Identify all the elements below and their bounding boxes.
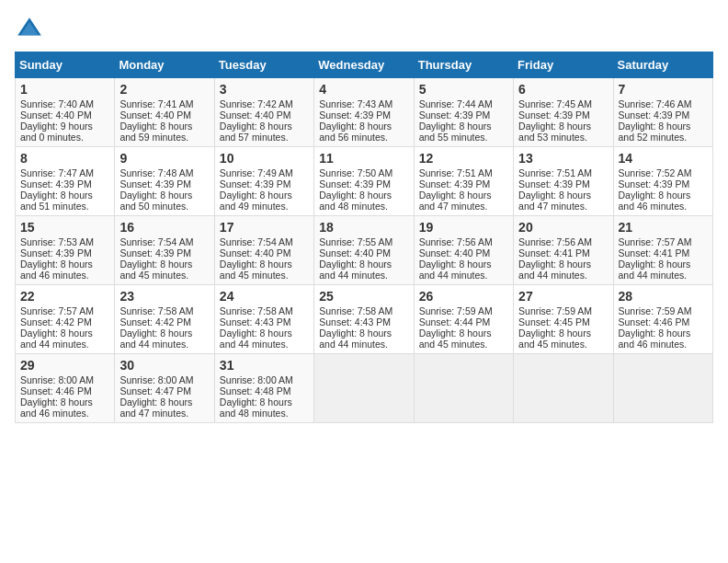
calendar-cell: 2 Sunrise: 7:41 AM Sunset: 4:40 PM Dayli… bbox=[115, 78, 214, 147]
daylight: Daylight: 8 hours and 44 minutes. bbox=[119, 327, 192, 350]
day-number: 13 bbox=[518, 151, 608, 166]
sunset: Sunset: 4:39 PM bbox=[518, 178, 590, 190]
day-number: 4 bbox=[319, 82, 408, 97]
day-number: 8 bbox=[20, 151, 109, 166]
daylight: Daylight: 8 hours and 44 minutes. bbox=[220, 327, 292, 350]
calendar-week-5: 29 Sunrise: 8:00 AM Sunset: 4:46 PM Dayl… bbox=[16, 354, 713, 423]
sunrise: Sunrise: 7:41 AM bbox=[119, 98, 193, 109]
daylight: Daylight: 8 hours and 45 minutes. bbox=[220, 259, 292, 281]
calendar-cell: 11 Sunrise: 7:50 AM Sunset: 4:39 PM Dayl… bbox=[314, 147, 414, 216]
calendar-cell: 21 Sunrise: 7:57 AM Sunset: 4:41 PM Dayl… bbox=[613, 216, 712, 285]
calendar-cell: 20 Sunrise: 7:56 AM Sunset: 4:41 PM Dayl… bbox=[514, 216, 613, 285]
sunrise: Sunrise: 7:48 AM bbox=[119, 167, 193, 178]
calendar-cell: 9 Sunrise: 7:48 AM Sunset: 4:39 PM Dayli… bbox=[115, 147, 214, 216]
daylight: Daylight: 8 hours and 44 minutes. bbox=[419, 259, 492, 281]
day-number: 20 bbox=[518, 220, 608, 235]
day-number: 26 bbox=[419, 289, 508, 304]
daylight: Daylight: 8 hours and 44 minutes. bbox=[319, 259, 392, 281]
daylight: Daylight: 8 hours and 47 minutes. bbox=[518, 190, 591, 212]
daylight: Daylight: 8 hours and 57 minutes. bbox=[220, 121, 292, 143]
day-number: 10 bbox=[220, 151, 309, 166]
sunrise: Sunrise: 7:59 AM bbox=[619, 305, 692, 316]
sunrise: Sunrise: 7:51 AM bbox=[419, 167, 493, 178]
calendar-cell: 25 Sunrise: 7:58 AM Sunset: 4:43 PM Dayl… bbox=[314, 285, 414, 354]
calendar-cell: 3 Sunrise: 7:42 AM Sunset: 4:40 PM Dayli… bbox=[214, 78, 313, 147]
sunset: Sunset: 4:39 PM bbox=[619, 109, 690, 121]
sunset: Sunset: 4:40 PM bbox=[319, 247, 391, 259]
daylight: Daylight: 8 hours and 56 minutes. bbox=[319, 121, 392, 143]
calendar-cell: 19 Sunrise: 7:56 AM Sunset: 4:40 PM Dayl… bbox=[414, 216, 513, 285]
daylight: Daylight: 8 hours and 55 minutes. bbox=[419, 121, 492, 143]
day-number: 1 bbox=[20, 82, 109, 97]
sunrise: Sunrise: 7:53 AM bbox=[20, 236, 94, 247]
sunset: Sunset: 4:40 PM bbox=[119, 109, 191, 121]
sunrise: Sunrise: 7:56 AM bbox=[419, 236, 493, 247]
day-number: 5 bbox=[419, 82, 508, 97]
calendar-cell: 30 Sunrise: 8:00 AM Sunset: 4:47 PM Dayl… bbox=[115, 354, 214, 423]
sunset: Sunset: 4:39 PM bbox=[220, 178, 291, 190]
logo bbox=[15, 15, 48, 44]
sunset: Sunset: 4:42 PM bbox=[20, 316, 92, 327]
calendar-cell: 10 Sunrise: 7:49 AM Sunset: 4:39 PM Dayl… bbox=[214, 147, 313, 216]
daylight: Daylight: 8 hours and 51 minutes. bbox=[20, 190, 93, 212]
sunrise: Sunrise: 7:45 AM bbox=[518, 98, 592, 109]
calendar-cell: 4 Sunrise: 7:43 AM Sunset: 4:39 PM Dayli… bbox=[314, 78, 414, 147]
sunrise: Sunrise: 7:49 AM bbox=[220, 167, 293, 178]
sunrise: Sunrise: 7:43 AM bbox=[319, 98, 392, 109]
daylight: Daylight: 8 hours and 53 minutes. bbox=[518, 121, 591, 143]
calendar-cell bbox=[613, 354, 712, 423]
daylight: Daylight: 8 hours and 59 minutes. bbox=[119, 121, 192, 143]
day-number: 19 bbox=[419, 220, 508, 235]
daylight: Daylight: 8 hours and 48 minutes. bbox=[220, 396, 292, 419]
sunset: Sunset: 4:39 PM bbox=[319, 178, 391, 190]
day-number: 22 bbox=[20, 289, 109, 304]
sunset: Sunset: 4:43 PM bbox=[220, 316, 291, 327]
day-number: 21 bbox=[619, 220, 708, 235]
day-number: 7 bbox=[619, 82, 708, 97]
calendar-cell: 22 Sunrise: 7:57 AM Sunset: 4:42 PM Dayl… bbox=[16, 285, 115, 354]
day-number: 9 bbox=[119, 151, 209, 166]
column-header-friday: Friday bbox=[514, 52, 613, 78]
daylight: Daylight: 8 hours and 45 minutes. bbox=[518, 327, 591, 350]
column-header-saturday: Saturday bbox=[613, 52, 712, 78]
sunset: Sunset: 4:39 PM bbox=[20, 178, 92, 190]
sunrise: Sunrise: 7:58 AM bbox=[119, 305, 193, 316]
day-number: 30 bbox=[119, 358, 209, 373]
sunset: Sunset: 4:39 PM bbox=[619, 178, 690, 190]
day-number: 12 bbox=[419, 151, 508, 166]
day-number: 31 bbox=[220, 358, 309, 373]
calendar-week-2: 8 Sunrise: 7:47 AM Sunset: 4:39 PM Dayli… bbox=[16, 147, 713, 216]
daylight: Daylight: 9 hours and 0 minutes. bbox=[20, 121, 93, 143]
sunrise: Sunrise: 7:58 AM bbox=[319, 305, 392, 316]
day-number: 2 bbox=[119, 82, 209, 97]
column-header-thursday: Thursday bbox=[414, 52, 513, 78]
daylight: Daylight: 8 hours and 44 minutes. bbox=[20, 327, 93, 350]
daylight: Daylight: 8 hours and 46 minutes. bbox=[619, 190, 691, 212]
calendar-cell bbox=[514, 354, 613, 423]
sunset: Sunset: 4:40 PM bbox=[419, 247, 491, 259]
daylight: Daylight: 8 hours and 45 minutes. bbox=[419, 327, 492, 350]
calendar-cell: 6 Sunrise: 7:45 AM Sunset: 4:39 PM Dayli… bbox=[514, 78, 613, 147]
calendar-week-1: 1 Sunrise: 7:40 AM Sunset: 4:40 PM Dayli… bbox=[16, 78, 713, 147]
calendar-cell: 18 Sunrise: 7:55 AM Sunset: 4:40 PM Dayl… bbox=[314, 216, 414, 285]
sunrise: Sunrise: 7:55 AM bbox=[319, 236, 392, 247]
calendar-cell: 13 Sunrise: 7:51 AM Sunset: 4:39 PM Dayl… bbox=[514, 147, 613, 216]
daylight: Daylight: 8 hours and 47 minutes. bbox=[419, 190, 492, 212]
sunrise: Sunrise: 7:44 AM bbox=[419, 98, 493, 109]
daylight: Daylight: 8 hours and 48 minutes. bbox=[319, 190, 392, 212]
calendar-cell: 27 Sunrise: 7:59 AM Sunset: 4:45 PM Dayl… bbox=[514, 285, 613, 354]
sunrise: Sunrise: 7:54 AM bbox=[119, 236, 193, 247]
sunset: Sunset: 4:39 PM bbox=[119, 247, 191, 259]
calendar-cell: 12 Sunrise: 7:51 AM Sunset: 4:39 PM Dayl… bbox=[414, 147, 513, 216]
daylight: Daylight: 8 hours and 45 minutes. bbox=[119, 259, 192, 281]
sunset: Sunset: 4:40 PM bbox=[220, 109, 291, 121]
day-number: 18 bbox=[319, 220, 408, 235]
day-number: 24 bbox=[220, 289, 309, 304]
daylight: Daylight: 8 hours and 46 minutes. bbox=[619, 327, 691, 350]
day-number: 3 bbox=[220, 82, 309, 97]
calendar-cell: 26 Sunrise: 7:59 AM Sunset: 4:44 PM Dayl… bbox=[414, 285, 513, 354]
daylight: Daylight: 8 hours and 46 minutes. bbox=[20, 259, 93, 281]
sunrise: Sunrise: 7:58 AM bbox=[220, 305, 293, 316]
daylight: Daylight: 8 hours and 44 minutes. bbox=[518, 259, 591, 281]
calendar-cell bbox=[314, 354, 414, 423]
